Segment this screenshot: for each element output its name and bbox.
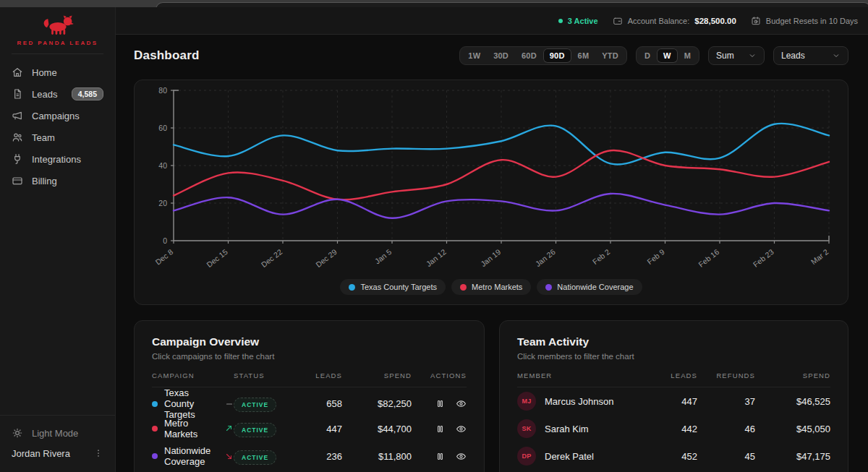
pause-icon[interactable] [435,424,446,434]
svg-text:60: 60 [158,124,167,132]
avatar: MJ [517,392,536,411]
range-button-ytd[interactable]: YTD [595,48,625,63]
campaign-row[interactable]: Nationwide CoverageACTIVE236$11,800 [152,442,467,470]
member-refunds: 45 [697,451,755,462]
campaign-leads: 236 [297,451,342,462]
svg-text:Dec 8: Dec 8 [153,247,174,266]
home-icon [12,66,23,78]
eye-icon[interactable] [456,424,467,434]
legend-chip[interactable]: Metro Markets [451,279,531,295]
svg-text:Dec 29: Dec 29 [314,247,339,268]
eye-icon[interactable] [456,398,467,409]
svg-text:80: 80 [158,86,167,95]
team-member-row[interactable]: DPDerek Patel45245$47,175 [517,442,830,470]
member-spend: $45,050 [755,424,830,434]
column-header: MEMBER [517,372,645,379]
range-button-1w[interactable]: 1W [461,48,487,63]
granularity-button-d[interactable]: D [638,48,657,63]
brand-logo: RED PANDA LEADS [0,7,115,46]
theme-toggle[interactable]: Light Mode [12,423,103,443]
legend-label: Texas County Targets [360,283,437,291]
campaign-name: Nationwide Coverage [164,445,218,467]
campaign-row[interactable]: Metro MarketsACTIVE447$44,700 [152,415,467,442]
credit-card-icon [12,175,23,186]
team-activity-card: Team Activity Click members to filter th… [499,320,848,472]
range-button-30d[interactable]: 30D [487,48,515,63]
avatar: DP [517,447,536,465]
legend-dot [545,284,552,291]
granularity-segmented-control: DWM [636,46,699,65]
active-count-label: 3 Active [568,17,598,25]
svg-text:Feb 16: Feb 16 [697,247,720,268]
theme-toggle-label: Light Mode [32,428,78,439]
team-card-subtitle: Click members to filter the chart [517,352,830,361]
pause-icon[interactable] [435,451,446,462]
campaign-name: Texas County Targets [164,387,218,420]
user-menu[interactable]: Jordan Rivera [12,443,103,463]
app-root: RED PANDA LEADS HomeLeads4,585CampaignsT… [0,0,868,472]
sidebar-item-team[interactable]: Team [0,126,115,148]
svg-text:Jan 26: Jan 26 [533,247,556,268]
active-campaigns-status: 3 Active [558,17,598,25]
range-button-60d[interactable]: 60D [515,48,543,63]
member-leads: 442 [645,424,697,434]
eye-icon[interactable] [456,451,467,462]
sidebar-item-leads[interactable]: Leads4,585 [0,83,115,105]
team-member-row[interactable]: SKSarah Kim44246$45,050 [517,415,830,442]
column-header: REFUNDS [697,372,755,379]
plug-icon [12,153,23,165]
kebab-menu-icon[interactable] [93,448,103,458]
legend-dot [460,284,467,291]
brand-name: RED PANDA LEADS [0,40,115,46]
aggregate-select[interactable]: Sum [708,46,765,65]
svg-text:Feb 2: Feb 2 [591,247,612,266]
sidebar-item-campaigns[interactable]: Campaigns [0,105,115,126]
main-content: Dashboard 1W30D60D90D6MYTD DWM Sum Leads… [116,35,868,472]
sidebar-item-billing[interactable]: Billing [0,170,115,192]
campaign-color-dot [152,401,158,407]
balance-value: $28,500.00 [694,17,736,25]
budget-note-label: Budget Resets in 10 Days [766,17,858,25]
range-button-6m[interactable]: 6M [571,48,596,63]
legend-chip[interactable]: Nationwide Coverage [537,279,642,295]
pause-icon[interactable] [435,398,446,409]
metric-select[interactable]: Leads [773,46,848,65]
range-segmented-control: 1W30D60D90D6MYTD [459,46,627,65]
account-balance: Account Balance: $28,500.00 [613,16,736,26]
team-table-body: MJMarcus Johnson44737$46,525SKSarah Kim4… [517,387,830,470]
column-header: LEADS [297,372,342,379]
users-icon [12,132,23,143]
member-leads: 452 [645,451,697,462]
sidebar-item-home[interactable]: Home [0,61,115,83]
campaign-leads: 447 [297,424,342,434]
svg-text:Dec 22: Dec 22 [260,247,284,268]
topbar: 3 Active Account Balance: $28,500.00 Bud… [116,7,868,35]
sidebar-item-label: Campaigns [32,111,80,121]
sidebar-item-integrations[interactable]: Integrations [0,148,115,170]
granularity-button-m[interactable]: M [678,48,697,63]
legend-chip[interactable]: Texas County Targets [340,279,446,295]
status-dot [558,19,563,23]
svg-text:Jan 5: Jan 5 [373,247,393,265]
sidebar-item-label: Billing [32,176,57,186]
trend-up-icon [225,424,234,433]
range-button-90d[interactable]: 90D [543,48,571,63]
column-header: STATUS [234,372,297,379]
leads-count-badge: 4,585 [72,87,103,100]
status-badge: ACTIVE [234,423,276,437]
aggregate-select-value: Sum [716,51,734,61]
member-refunds: 37 [697,396,755,407]
column-header: SPEND [755,372,830,379]
svg-text:0: 0 [163,236,167,245]
granularity-button-w[interactable]: W [657,48,678,63]
campaign-row[interactable]: Texas County TargetsACTIVE658$82,250 [152,387,467,415]
svg-text:Feb 9: Feb 9 [645,247,666,266]
avatar: SK [517,419,536,438]
page-header: Dashboard 1W30D60D90D6MYTD DWM Sum Leads [134,45,848,66]
leads-chart-card: 020406080Dec 8Dec 15Dec 22Dec 29Jan 5Jan… [134,80,848,305]
file-icon [12,88,23,100]
legend-label: Metro Markets [472,283,522,291]
svg-text:40: 40 [158,161,167,170]
campaign-name: Metro Markets [164,418,218,439]
team-member-row[interactable]: MJMarcus Johnson44737$46,525 [517,387,830,415]
